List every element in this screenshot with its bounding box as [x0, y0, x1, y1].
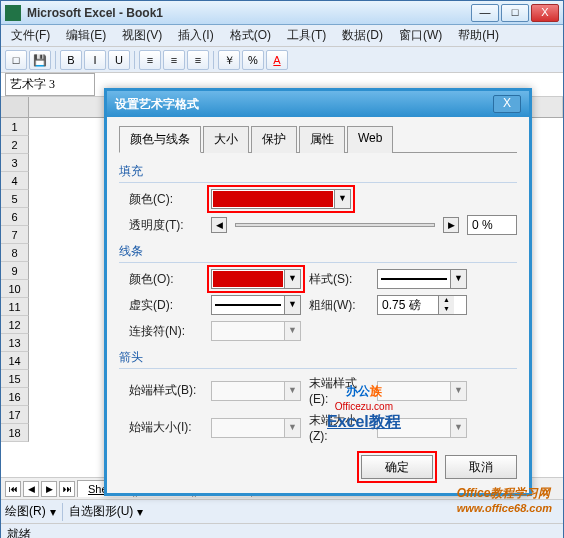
row-header[interactable]: 1 [1, 118, 29, 136]
dropdown-icon: ▼ [334, 190, 350, 208]
connector-combo[interactable]: ▼ [211, 321, 301, 341]
align-right-button[interactable]: ≡ [187, 50, 209, 70]
tab-protect[interactable]: 保护 [251, 126, 297, 153]
weight-input[interactable] [378, 298, 438, 312]
arrows-label: 箭头 [119, 349, 517, 369]
row-header[interactable]: 7 [1, 226, 29, 244]
row-header[interactable]: 10 [1, 280, 29, 298]
menu-format[interactable]: 格式(O) [224, 25, 277, 46]
separator [55, 51, 56, 69]
weight-label: 粗细(W): [309, 297, 369, 314]
tab-size[interactable]: 大小 [203, 126, 249, 153]
first-sheet-button[interactable]: ⏮ [5, 481, 21, 497]
status-text: 就绪 [7, 526, 31, 538]
window-title: Microsoft Excel - Book1 [27, 6, 471, 20]
row-header[interactable]: 9 [1, 262, 29, 280]
line-style-combo[interactable]: ▼ [377, 269, 467, 289]
menu-file[interactable]: 文件(F) [5, 25, 56, 46]
begin-size-combo[interactable]: ▼ [211, 418, 301, 438]
last-sheet-button[interactable]: ⏭ [59, 481, 75, 497]
spin-down[interactable]: ▼ [439, 305, 454, 314]
row-header[interactable]: 16 [1, 388, 29, 406]
drawing-menu[interactable]: 绘图(R) [5, 503, 46, 520]
underline-button[interactable]: U [108, 50, 130, 70]
percent-button[interactable]: % [242, 50, 264, 70]
tab-web[interactable]: Web [347, 126, 393, 153]
fill-color-combo[interactable]: ▼ [211, 189, 351, 209]
format-wordart-dialog: 设置艺术字格式 X 颜色与线条 大小 保护 属性 Web 填充 颜色(C): ▼ [104, 88, 532, 496]
end-size-label: 末端大小(Z): [309, 412, 369, 443]
line-style-label: 样式(S): [309, 271, 369, 288]
row-header[interactable]: 11 [1, 298, 29, 316]
menubar: 文件(F) 编辑(E) 视图(V) 插入(I) 格式(O) 工具(T) 数据(D… [1, 25, 563, 47]
cancel-button[interactable]: 取消 [445, 455, 517, 479]
transparency-label: 透明度(T): [129, 217, 203, 234]
fill-section: 填充 颜色(C): ▼ 透明度(T): ◀ ▶ 0 % [119, 163, 517, 235]
begin-size-label: 始端大小(I): [129, 419, 203, 436]
row-header[interactable]: 14 [1, 352, 29, 370]
menu-help[interactable]: 帮助(H) [452, 25, 505, 46]
row-header[interactable]: 3 [1, 154, 29, 172]
new-button[interactable]: □ [5, 50, 27, 70]
row-header[interactable]: 2 [1, 136, 29, 154]
currency-button[interactable]: ￥ [218, 50, 240, 70]
line-color-combo[interactable]: ▼ [211, 269, 301, 289]
menu-tools[interactable]: 工具(T) [281, 25, 332, 46]
menu-window[interactable]: 窗口(W) [393, 25, 448, 46]
end-style-combo[interactable]: ▼ [377, 381, 467, 401]
row-header[interactable]: 13 [1, 334, 29, 352]
save-button[interactable]: 💾 [29, 50, 51, 70]
autoshapes-menu[interactable]: 自选图形(U) [69, 503, 134, 520]
row-header[interactable]: 17 [1, 406, 29, 424]
dialog-tabs: 颜色与线条 大小 保护 属性 Web [119, 125, 517, 153]
dialog-titlebar[interactable]: 设置艺术字格式 X [107, 91, 529, 117]
menu-insert[interactable]: 插入(I) [172, 25, 219, 46]
menu-data[interactable]: 数据(D) [336, 25, 389, 46]
italic-button[interactable]: I [84, 50, 106, 70]
dash-combo[interactable]: ▼ [211, 295, 301, 315]
dropdown-icon: ▼ [284, 270, 300, 288]
slider-right-button[interactable]: ▶ [443, 217, 459, 233]
begin-style-combo[interactable]: ▼ [211, 381, 301, 401]
menu-edit[interactable]: 编辑(E) [60, 25, 112, 46]
minimize-button[interactable]: — [471, 4, 499, 22]
ok-button[interactable]: 确定 [361, 455, 433, 479]
tab-properties[interactable]: 属性 [299, 126, 345, 153]
spin-up[interactable]: ▲ [439, 296, 454, 305]
next-sheet-button[interactable]: ▶ [41, 481, 57, 497]
statusbar: 就绪 [1, 523, 563, 538]
weight-spinner[interactable]: ▲▼ [377, 295, 467, 315]
toolbar: □ 💾 B I U ≡ ≡ ≡ ￥ % A [1, 47, 563, 73]
row-header[interactable]: 6 [1, 208, 29, 226]
row-header[interactable]: 4 [1, 172, 29, 190]
menu-view[interactable]: 视图(V) [116, 25, 168, 46]
excel-icon [5, 5, 21, 21]
align-left-button[interactable]: ≡ [139, 50, 161, 70]
row-header[interactable]: 5 [1, 190, 29, 208]
color-swatch-red [213, 191, 333, 207]
end-style-label: 末端样式(E): [309, 375, 369, 406]
row-header[interactable]: 15 [1, 370, 29, 388]
maximize-button[interactable]: □ [501, 4, 529, 22]
select-all-corner[interactable] [1, 97, 29, 117]
highlight-box: ▼ [207, 265, 305, 293]
transparency-value[interactable]: 0 % [467, 215, 517, 235]
font-color-button[interactable]: A [266, 50, 288, 70]
dialog-close-button[interactable]: X [493, 95, 521, 113]
prev-sheet-button[interactable]: ◀ [23, 481, 39, 497]
row-header[interactable]: 8 [1, 244, 29, 262]
titlebar[interactable]: Microsoft Excel - Book1 — □ X [1, 1, 563, 25]
transparency-slider[interactable] [235, 217, 435, 233]
align-center-button[interactable]: ≡ [163, 50, 185, 70]
tab-color-lines[interactable]: 颜色与线条 [119, 126, 201, 153]
row-headers: 1 2 3 4 5 6 7 8 9 10 11 12 13 14 15 16 1… [1, 118, 29, 442]
dropdown-icon: ▼ [450, 270, 466, 288]
name-box[interactable]: 艺术字 3 [5, 73, 95, 96]
row-header[interactable]: 18 [1, 424, 29, 442]
separator [62, 503, 63, 521]
bold-button[interactable]: B [60, 50, 82, 70]
slider-left-button[interactable]: ◀ [211, 217, 227, 233]
row-header[interactable]: 12 [1, 316, 29, 334]
close-button[interactable]: X [531, 4, 559, 22]
end-size-combo[interactable]: ▼ [377, 418, 467, 438]
